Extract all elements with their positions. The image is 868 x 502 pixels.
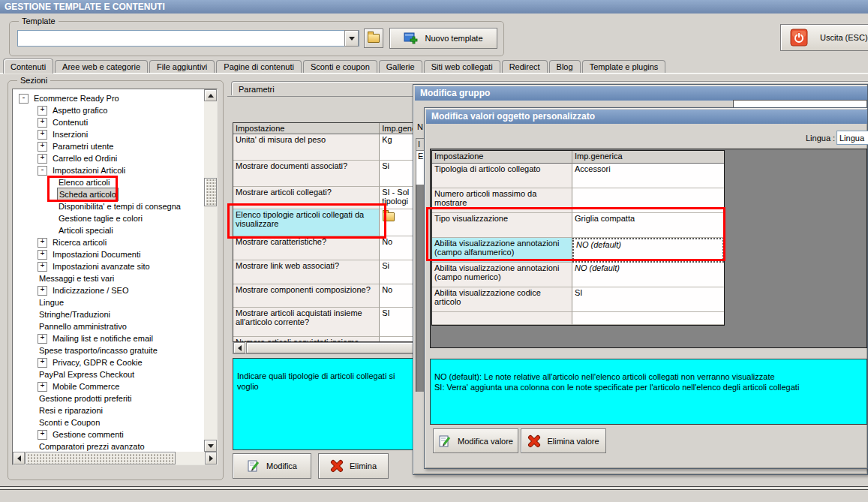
setting-name-cell[interactable]: Unita' di misura del peso [233, 134, 380, 161]
tree-item-label[interactable]: Gestione prodotti preferiti [38, 392, 134, 404]
tree-item-label[interactable]: Privacy, GDPR e Cookie [51, 356, 144, 368]
setting-value-cell[interactable] [380, 209, 413, 236]
tree-item-label[interactable]: Resi e riparazioni [38, 404, 104, 416]
setting-name-cell[interactable]: Elenco tipologie articoli collegati da v… [233, 209, 380, 236]
tab-aree-web-e-categorie[interactable]: Aree web e categorie [55, 60, 148, 74]
tree-item-label[interactable]: Ricerca articoli [51, 236, 108, 248]
parameters-hscrollbar[interactable] [233, 342, 414, 354]
folder-icon[interactable] [383, 212, 395, 221]
column-header-imp-generica[interactable]: Imp.generica [572, 151, 724, 164]
tree-item-label[interactable]: Inserzioni [51, 128, 89, 140]
setting-name-cell[interactable]: Mostrare documenti associati? [233, 161, 380, 187]
table-row-numero-articoli-acquistati-insieme[interactable]: Numero articoli acquistati insieme [233, 337, 413, 342]
tree-item-indicizzazione-seo[interactable]: +Indicizzazione / SEO [14, 284, 203, 296]
collapse-icon[interactable]: - [38, 166, 47, 176]
tree-item-label[interactable]: Parametri utente [51, 140, 115, 152]
scroll-left-button[interactable] [233, 342, 245, 353]
expand-icon[interactable]: + [38, 106, 47, 116]
modifica-valori-titlebar[interactable]: Modifica valori oggetto personalizzato [426, 110, 867, 124]
tree-item-label[interactable]: Impostazioni avanzate sito [51, 260, 152, 272]
tree-item-impostazioni-avanzate-sito[interactable]: +Impostazioni avanzate sito [14, 260, 203, 272]
tree-item-gestione-commenti[interactable]: +Gestione commenti [14, 428, 203, 440]
expand-icon[interactable]: + [38, 142, 47, 152]
tree-item-label[interactable]: Elenco articoli [57, 176, 111, 188]
tree-item-label[interactable]: Gestione commenti [51, 428, 125, 440]
table-row-tipologia-di-articolo-collegato[interactable]: Tipologia di articolo collegatoAccessori [432, 164, 724, 188]
tree-item-label[interactable]: Impostazioni Articoli [51, 164, 127, 176]
modifica-gruppo-titlebar[interactable]: Modifica gruppo [415, 86, 867, 101]
setting-name-cell[interactable]: Mostrare componenti composizione? [233, 284, 380, 308]
scroll-left-button[interactable] [13, 452, 25, 464]
tree-item-label[interactable]: Mailing list e notifiche email [51, 332, 155, 344]
tree-item-resi-e-riparazioni[interactable]: Resi e riparazioni [14, 404, 203, 416]
tree-item-label[interactable]: Messaggi e testi vari [38, 272, 116, 284]
tree-item-label[interactable]: Carrello ed Ordini [51, 152, 119, 164]
table-row-elenco-tipologie-articoli-collegati-da-visualizzare[interactable]: Elenco tipologie articoli collegati da v… [233, 209, 413, 236]
expand-icon[interactable]: + [38, 250, 47, 260]
tree-item-contenuti[interactable]: +Contenuti [14, 116, 203, 128]
tree-vertical-scrollbar[interactable] [204, 89, 217, 452]
tab-redirect[interactable]: Redirect [502, 60, 548, 74]
table-row-abilita-visualizzazione-annotazioni-campo-numerico[interactable]: Abilita visualizzazione annotazioni (cam… [432, 263, 724, 287]
table-row-unita-di-misura-del-peso[interactable]: Unita' di misura del pesoKg [233, 134, 413, 161]
setting-name-cell[interactable]: Mostrare caratteristiche? [233, 236, 380, 260]
edit-value-button[interactable]: Modifica valore [433, 428, 518, 453]
template-combobox[interactable] [17, 30, 359, 47]
table-row-mostrare-link-web-associati[interactable]: Mostrare link web associati?Si [233, 260, 413, 284]
tree-item-gestione-prodotti-preferiti[interactable]: Gestione prodotti preferiti [14, 392, 203, 404]
column-header-impostazione[interactable]: Impostazione [233, 123, 380, 134]
expand-icon[interactable]: + [38, 154, 47, 164]
table-row-mostrare-articoli-acquistati-insieme-all-articolo-corrente[interactable]: Mostrare articoli acquistati insieme all… [233, 308, 413, 337]
tree-item-gestione-taglie-e-colori[interactable]: Gestione taglie e colori [14, 212, 203, 224]
expand-icon[interactable]: + [38, 238, 47, 248]
setting-value-cell[interactable]: SI - Sol tipologi [380, 187, 413, 209]
expand-icon[interactable]: + [38, 286, 47, 296]
setting-value-cell[interactable]: Griglia compatta [572, 213, 724, 238]
delete-value-button[interactable]: Elimina valore [521, 428, 606, 453]
tree-horizontal-scrollbar[interactable] [13, 452, 217, 464]
expand-icon[interactable]: + [38, 334, 47, 344]
tree-item-carrello-ed-ordini[interactable]: +Carrello ed Ordini [14, 152, 203, 164]
tree-item-label[interactable]: PayPal Express Checkout [38, 368, 136, 380]
tree-item-label[interactable]: Impostazioni Documenti [51, 248, 142, 260]
tree-item-disponibilita-e-tempi-di-consegna[interactable]: Disponibilita' e tempi di consegna [14, 200, 203, 212]
tree-item-impostazioni-documenti[interactable]: +Impostazioni Documenti [14, 248, 203, 260]
tab-blog[interactable]: Blog [549, 60, 581, 74]
tree-item-stringhe-traduzioni[interactable]: Stringhe/Traduzioni [14, 308, 203, 320]
tab-gallerie[interactable]: Gallerie [379, 60, 422, 74]
expand-icon[interactable]: + [38, 130, 47, 140]
scroll-right-button[interactable] [205, 452, 217, 464]
tree-item-lingue[interactable]: Lingue [14, 296, 203, 308]
tree-item-elenco-articoli[interactable]: Elenco articoli [14, 176, 203, 188]
tree-item-impostazioni-articoli[interactable]: -Impostazioni Articoli [14, 164, 203, 176]
tree-vscroll-thumb[interactable] [204, 178, 217, 206]
tree-item-scheda-articolo[interactable]: Scheda articolo [14, 188, 203, 200]
lingua-combobox[interactable]: Lingua [836, 131, 868, 145]
template-combobox-arrow[interactable] [344, 30, 359, 47]
setting-name-cell[interactable]: Numero articoli acquistati insieme [233, 337, 380, 342]
table-row-numero-articoli-massimo-da-mostrare[interactable]: Numero articoli massimo da mostrare [432, 188, 724, 213]
setting-name-cell[interactable]: Mostrare articoli acquistati insieme all… [233, 308, 380, 337]
expand-icon[interactable]: + [38, 262, 47, 272]
tree-item-aspetto-grafico[interactable]: +Aspetto grafico [14, 104, 203, 116]
tree-item-inserzioni[interactable]: +Inserzioni [14, 128, 203, 140]
tree-item-label[interactable]: Aspetto grafico [51, 104, 109, 116]
column-header-imp-generica[interactable]: Imp.generica [380, 123, 413, 134]
tree-item-privacy-gdpr-e-cookie[interactable]: +Privacy, GDPR e Cookie [14, 356, 203, 368]
tree-item-articoli-speciali[interactable]: Articoli speciali [14, 224, 203, 236]
tab-sconti-e-coupon[interactable]: Sconti e coupon [303, 60, 377, 74]
tree-item-label[interactable]: Stringhe/Traduzioni [38, 308, 112, 320]
table-row-tipo-visualizzazione[interactable]: Tipo visualizzazioneGriglia compatta [432, 213, 724, 238]
tree-item-mailing-list-e-notifiche-email[interactable]: +Mailing list e notifiche email [14, 332, 203, 344]
expand-icon[interactable]: + [38, 118, 47, 128]
setting-value-cell[interactable]: Si [380, 161, 413, 187]
setting-name-cell[interactable]: Mostrare link web associati? [233, 260, 380, 284]
new-template-button[interactable]: Nuovo template [389, 28, 497, 49]
setting-value-cell[interactable]: NO (default) [572, 238, 724, 263]
tree-item-label[interactable]: Lingue [38, 296, 65, 308]
tree-item-label[interactable]: Contenuti [51, 116, 89, 128]
tree-item-label[interactable]: Indicizzazione / SEO [51, 284, 131, 296]
tree-item-label[interactable]: Spese trasporto/incasso gratuite [38, 344, 159, 356]
setting-value-cell[interactable]: No [380, 236, 413, 260]
tree-item-label[interactable]: Ecommerce Ready Pro [32, 92, 121, 104]
